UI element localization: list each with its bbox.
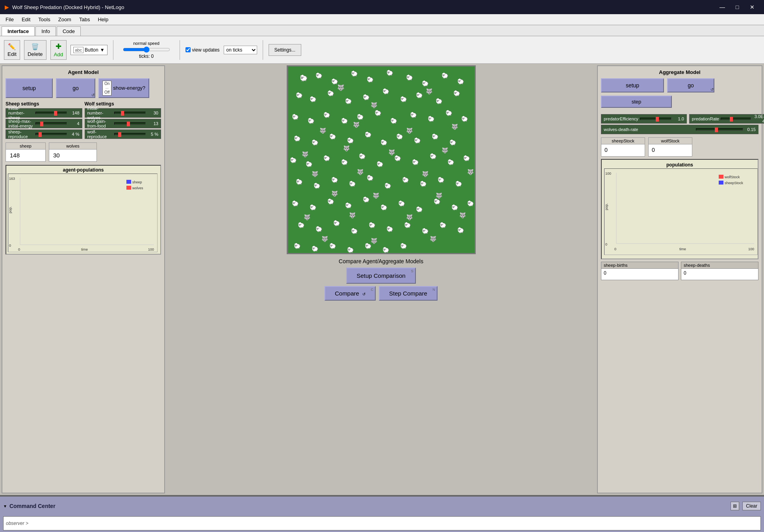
sheep-33: 🐑 [312, 139, 318, 146]
close-button[interactable]: ✕ [745, 2, 759, 13]
compare-label: Compare [335, 290, 359, 297]
sheep-82: 🐑 [439, 222, 446, 228]
toggle-indicator: On — Off [102, 81, 111, 96]
command-center-header: ▼ Command Center ⊞ Clear [0, 496, 764, 515]
wolves-death-thumb[interactable] [715, 127, 718, 132]
menu-zoom[interactable]: Zoom [54, 15, 75, 24]
aggregate-setup-button[interactable]: setup [601, 78, 664, 92]
predation-rate-slider-row: predationRate 3.0E-4 [689, 114, 764, 124]
aggregate-go-button[interactable]: go [667, 78, 714, 92]
populations-plot-wrapper: 100 0 0 time 100 wolfStock sheepStock po… [604, 168, 755, 256]
menu-bar: File Edit Tools Zoom Tabs Help [0, 14, 764, 25]
sheep-23: 🐑 [323, 112, 330, 118]
wolf-gain-track[interactable] [114, 122, 146, 125]
menu-tools[interactable]: Tools [34, 15, 54, 24]
svg-text:0: 0 [18, 248, 20, 251]
wolf-15: 🐺 [467, 169, 474, 175]
sheep-8: 🐑 [422, 80, 428, 87]
wolf-stock-monitor: wolfStock 0 [648, 137, 692, 157]
minimize-button[interactable]: — [715, 2, 729, 13]
predator-eff-track[interactable] [640, 118, 671, 120]
aggregate-model-section: Aggregate Model setup go ↺ step [597, 65, 762, 493]
wolves-death-track[interactable] [696, 128, 743, 131]
menu-edit[interactable]: Edit [18, 15, 34, 24]
step-button[interactable]: step [601, 96, 672, 108]
command-center-section: ▼ Command Center ⊞ Clear observer > [0, 495, 764, 532]
step-shortcut: N [432, 288, 435, 292]
tab-info[interactable]: Info [35, 26, 56, 36]
initial-wolves-track[interactable] [114, 112, 146, 114]
sheep-reproduce-track[interactable] [35, 133, 67, 135]
view-updates-checkbox[interactable] [185, 47, 191, 52]
predation-rate-thumb[interactable] [730, 117, 733, 122]
show-energy-toggle[interactable]: On — Off show-energy? [98, 78, 149, 98]
initial-sheep-track[interactable] [35, 112, 67, 114]
sheep-63: 🐑 [292, 200, 299, 207]
command-input[interactable] [31, 520, 760, 527]
setup-comparison-button[interactable]: Setup Comparison S [346, 268, 415, 284]
sheep-90: 🐑 [400, 243, 407, 249]
tab-interface[interactable]: Interface [2, 26, 35, 36]
clear-button[interactable]: Clear [742, 502, 761, 510]
wolf-3: 🐺 [426, 88, 432, 94]
on-ticks-select[interactable]: on ticks continuous [224, 46, 257, 54]
sheep-31: 🐑 [461, 116, 468, 122]
agent-setup-button[interactable]: setup [6, 78, 53, 98]
svg-text:0: 0 [605, 242, 607, 246]
sheep-4: 🐑 [351, 70, 358, 77]
predator-eff-label: predatorEfficiency [604, 116, 638, 121]
wolf-13: 🐺 [357, 169, 363, 175]
wolf-gain-thumb[interactable] [127, 122, 130, 126]
initial-wolves-thumb[interactable] [121, 111, 124, 116]
wolf-reproduce-thumb[interactable] [118, 132, 121, 137]
predation-rate-track[interactable] [721, 118, 751, 120]
svg-text:pop.: pop. [8, 206, 12, 213]
agent-model-title: Agent Model [6, 69, 161, 75]
wolf-gain-slider-row: wolf-gain-from-food 13 [85, 119, 161, 128]
wolf-25: 🐺 [430, 236, 436, 242]
sheep-80: 🐑 [404, 222, 411, 228]
maximize-button[interactable]: □ [730, 2, 744, 13]
expand-button[interactable]: ⊞ [731, 502, 739, 510]
wolf-22: 🐺 [459, 212, 466, 218]
wolf-1: 🐺 [337, 84, 345, 91]
step-compare-button[interactable]: Step Compare N [379, 286, 438, 301]
dropdown-arrow-icon: ▼ [100, 47, 105, 53]
agent-plot-area: agent-populations 163 0 0 time [6, 165, 161, 255]
wolf-10: 🐺 [388, 149, 395, 155]
sheep-energy-thumb[interactable] [40, 122, 43, 126]
svg-text:wolves: wolves [132, 186, 143, 190]
sheep-2: 🐑 [315, 72, 322, 79]
settings-button[interactable]: Settings... [269, 44, 301, 56]
wolf-14: 🐺 [422, 171, 428, 177]
initial-sheep-thumb[interactable] [54, 111, 57, 116]
menu-tabs[interactable]: Tabs [75, 15, 94, 24]
speed-slider[interactable] [123, 46, 170, 53]
sheep-36: 🐑 [365, 131, 371, 138]
delete-button[interactable]: 🗑️ Delete [24, 40, 46, 60]
sheep-7: 🐑 [406, 74, 413, 81]
predator-eff-thumb[interactable] [656, 117, 659, 122]
sheep-energy-track[interactable] [35, 122, 67, 125]
sheep-53: 🐑 [296, 179, 302, 185]
predator-eff-slider-row: predatorEfficiency 1.0 [601, 114, 687, 124]
menu-help[interactable]: Help [94, 15, 112, 24]
edit-button[interactable]: ✏️ Edit [4, 40, 20, 60]
agent-plot-title: agent-populations [8, 167, 159, 173]
compare-button[interactable]: Compare C ↺ [325, 286, 376, 301]
add-button[interactable]: ✚ Add [50, 40, 67, 60]
svg-text:wolfStock: wolfStock [724, 175, 740, 179]
wolf-20: 🐺 [349, 212, 356, 218]
widget-type-combo[interactable]: abc Button ▼ [70, 45, 107, 55]
svg-text:time: time [679, 247, 686, 251]
sheep-births-value: 0 [601, 269, 678, 280]
wolf-reproduce-track[interactable] [114, 133, 146, 135]
svg-text:163: 163 [9, 177, 15, 181]
sheep-reproduce-thumb[interactable] [39, 132, 42, 137]
menu-file[interactable]: File [2, 15, 18, 24]
agent-go-button[interactable]: go [56, 78, 95, 98]
sheep-37: 🐑 [380, 139, 387, 146]
tab-code[interactable]: Code [57, 26, 81, 36]
title-bar-left: ▶ Wolf Sheep Predation (Docked Hybrid) -… [5, 4, 124, 10]
aggregate-go-wrapper: go ↺ [667, 78, 714, 92]
